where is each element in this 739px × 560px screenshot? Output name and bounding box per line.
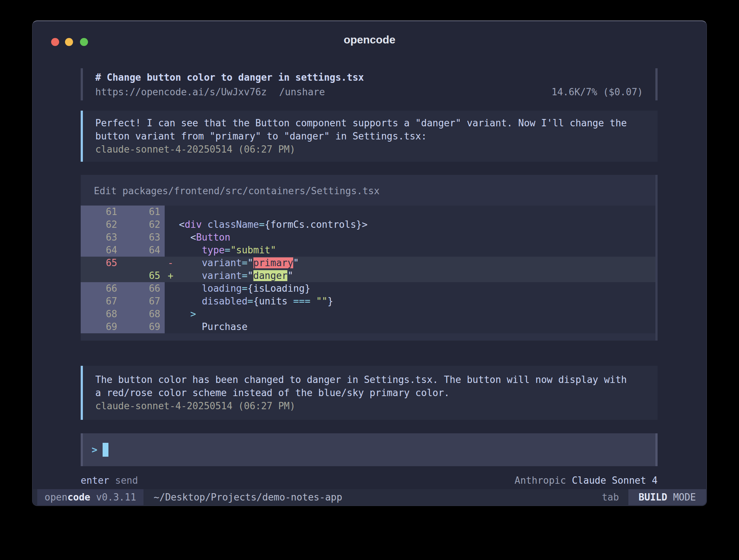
- diff-row: 6767 disabled={units === ""}: [81, 295, 655, 308]
- diff-old-line-number: 67: [81, 295, 122, 308]
- send-hint: entersend: [81, 474, 138, 487]
- diff-old-line-number: 62: [81, 218, 122, 231]
- diff: 61616262<div className={formCs.controls}…: [81, 206, 655, 333]
- working-directory: ~/Desktop/Projects/demo-notes-app: [154, 489, 342, 505]
- message-line: a red/rose color scheme instead of the b…: [95, 386, 647, 399]
- mode-segment[interactable]: BUILDMODE: [628, 489, 706, 505]
- code-token: {units: [253, 296, 294, 307]
- code-token: ===: [293, 296, 310, 307]
- mode-suffix: MODE: [673, 492, 696, 503]
- code-token: [179, 308, 190, 319]
- share-url-row: https://opencode.ai/s/UwJxv76z/unshare: [95, 85, 325, 99]
- code-token: =: [242, 283, 248, 294]
- input-footer: entersend AnthropicClaude Sonnet 4: [81, 474, 658, 487]
- diff-new-line-number: 65: [122, 269, 165, 282]
- diff-change-marker: [165, 206, 176, 218]
- diff-old-line-number: 61: [81, 206, 122, 218]
- code-token: primary: [253, 257, 294, 268]
- diff-row: 6464 type="submit": [81, 244, 655, 257]
- code-token: [179, 296, 202, 307]
- app-name-code: code: [68, 492, 91, 503]
- context-stats: 14.6K/7% ($0.07): [552, 85, 643, 99]
- code-token: =: [242, 257, 248, 268]
- diff-code-line: type="submit": [176, 244, 655, 257]
- code-token: {formCs.controls}: [265, 219, 362, 230]
- diff-old-line-number: 66: [81, 282, 122, 295]
- message-line: button variant from "primary" to "danger…: [95, 130, 647, 143]
- mode-name: BUILD: [639, 492, 667, 503]
- code-token: [202, 219, 208, 230]
- share-url: https://opencode.ai/s/UwJxv76z: [95, 87, 267, 97]
- code-token: [310, 296, 316, 307]
- app-version: v0.3.11: [96, 492, 136, 503]
- tab-keybind-hint: tab: [602, 489, 619, 505]
- diff-old-line-number: 63: [81, 231, 122, 244]
- model-name: Claude Sonnet 4: [572, 475, 658, 486]
- code-token: >: [190, 308, 196, 319]
- code-token: <: [179, 219, 185, 230]
- diff-code-line: disabled={units === ""}: [176, 295, 655, 308]
- assistant-message: Perfect! I can see that the Button compo…: [81, 111, 658, 162]
- diff-new-line-number: 69: [122, 321, 165, 333]
- code-token: {isLoading}: [248, 283, 310, 294]
- hint-key: enter: [81, 475, 109, 486]
- message-line: The button color has been changed to dan…: [95, 373, 647, 386]
- diff-new-line-number: 67: [122, 295, 165, 308]
- code-token: =: [242, 270, 248, 281]
- code-token: ": [248, 257, 253, 268]
- edit-tool-panel: Edit packages/frontend/src/containers/Se…: [81, 175, 658, 341]
- diff-code-line: loading={isLoading}: [176, 282, 655, 295]
- diff-code-line: variant="primary": [176, 257, 655, 269]
- assistant-message: The button color has been changed to dan…: [81, 366, 658, 420]
- code-token: =: [225, 245, 230, 256]
- diff-row: 6969 Purchase: [81, 321, 655, 333]
- session-header: # Change button color to danger in setti…: [81, 68, 658, 100]
- diff-code-line: <div className={formCs.controls}>: [176, 218, 655, 231]
- diff-row: 6868 >: [81, 308, 655, 321]
- provider-name: Anthropic: [514, 475, 566, 486]
- unshare-command[interactable]: /unshare: [279, 87, 325, 97]
- diff-row: 6363 <Button: [81, 231, 655, 244]
- code-token: ": [248, 270, 253, 281]
- code-token: >: [362, 219, 368, 230]
- model-indicator: AnthropicClaude Sonnet 4: [514, 474, 658, 487]
- code-token: <: [179, 232, 196, 243]
- code-token: [179, 257, 202, 268]
- code-token: ": [293, 257, 299, 268]
- diff-change-marker: [165, 321, 176, 333]
- code-token: =: [259, 219, 265, 230]
- code-token: div: [185, 219, 202, 230]
- edit-tool-title: Edit packages/frontend/src/containers/Se…: [81, 175, 655, 206]
- code-token: variant: [202, 257, 242, 268]
- code-token: variant: [202, 270, 242, 281]
- diff-code-line: variant="danger": [176, 269, 655, 282]
- code-token: Purchase: [179, 321, 248, 332]
- code-token: danger: [253, 270, 288, 281]
- diff-row: 6161: [81, 206, 655, 218]
- diff-row: 65- variant="primary": [81, 257, 655, 269]
- diff-row: 6262<div className={formCs.controls}>: [81, 218, 655, 231]
- code-token: loading: [202, 283, 242, 294]
- diff-change-marker: [165, 308, 176, 321]
- diff-old-line-number: 68: [81, 308, 122, 321]
- status-bar: opencodev0.3.11 ~/Desktop/Projects/demo-…: [33, 489, 706, 505]
- prompt-symbol: >: [92, 444, 97, 455]
- code-token: disabled: [202, 296, 248, 307]
- diff-new-line-number: 66: [122, 282, 165, 295]
- session-title: # Change button color to danger in setti…: [95, 70, 364, 85]
- window-title: opencode: [32, 34, 707, 46]
- hint-action: send: [115, 475, 138, 486]
- message-model-meta: claude-sonnet-4-20250514 (06:27 PM): [95, 143, 647, 156]
- code-token: "submit": [230, 245, 276, 256]
- code-token: [179, 245, 202, 256]
- code-token: }: [328, 296, 333, 307]
- prompt-input[interactable]: >: [81, 433, 658, 466]
- code-token: [179, 270, 202, 281]
- diff-change-marker: -: [165, 257, 176, 269]
- code-token: "": [316, 296, 328, 307]
- diff-new-line-number: 63: [122, 231, 165, 244]
- text-cursor: [103, 443, 108, 457]
- diff-new-line-number: 62: [122, 218, 165, 231]
- app-name-open: open: [45, 492, 68, 503]
- message-model-meta: claude-sonnet-4-20250514 (06:27 PM): [95, 399, 647, 413]
